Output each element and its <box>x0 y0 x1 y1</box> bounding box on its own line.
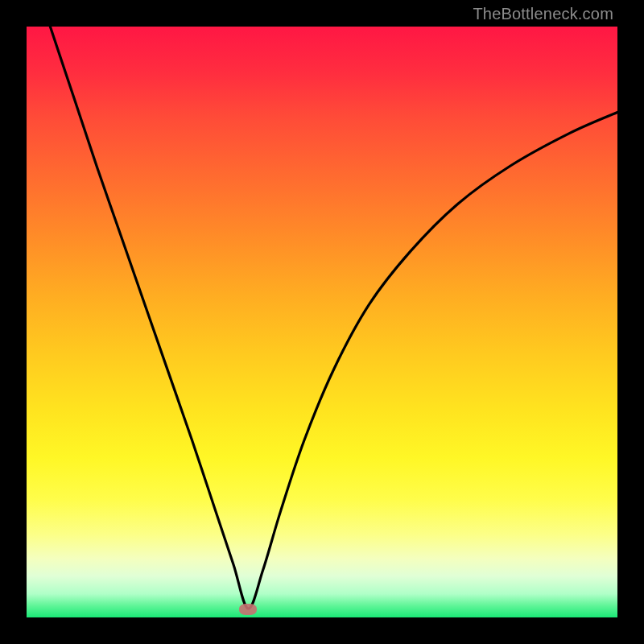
plot-area <box>27 27 617 617</box>
chart-container: TheBottleneck.com <box>0 0 644 644</box>
bottleneck-curve <box>50 27 617 609</box>
curve-layer <box>27 27 617 617</box>
watermark-text: TheBottleneck.com <box>473 5 613 23</box>
optimal-point-marker <box>239 604 257 615</box>
